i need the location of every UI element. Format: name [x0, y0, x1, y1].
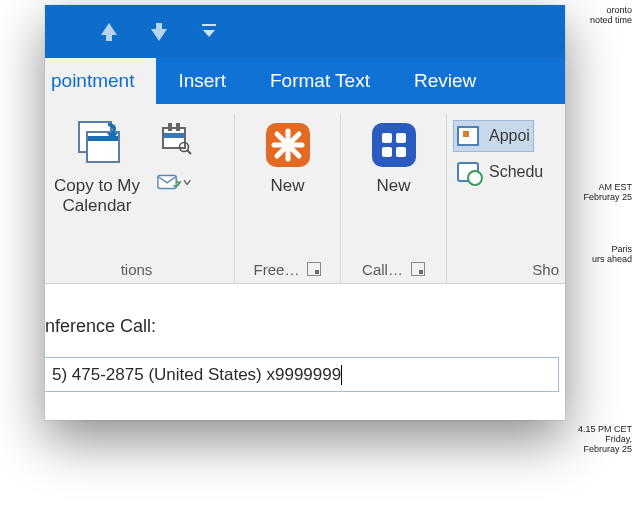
copy-calendar-icon	[72, 120, 122, 170]
text-cursor	[341, 365, 342, 385]
svg-rect-13	[396, 147, 406, 157]
scheduling-view-button[interactable]: Schedu	[453, 156, 547, 188]
group-label-free: Free…	[241, 254, 334, 284]
quick-access-toolbar	[45, 5, 565, 58]
group-show: Appoi Schedu Sho	[447, 114, 565, 284]
asterisk-icon	[263, 120, 313, 170]
ribbon: Copy to My Calendar	[45, 104, 565, 284]
bg-clock-est: AM ESTFebruray 25	[583, 183, 632, 203]
conference-label: nference Call:	[45, 316, 164, 337]
tab-label: Insert	[178, 70, 226, 92]
group-actions: Copy to My Calendar	[45, 114, 235, 284]
new-call-button[interactable]: New	[354, 116, 434, 200]
svg-rect-9	[372, 123, 416, 167]
forward-icon[interactable]	[157, 168, 191, 196]
tab-label: Review	[414, 70, 476, 92]
grid-tile-icon	[369, 120, 419, 170]
svg-rect-12	[382, 147, 392, 157]
subject-row: nference Call:	[45, 306, 559, 348]
group-freeconferencecall: New Free…	[235, 114, 341, 284]
appointment-form: nference Call: 5) 475-2875 (United State…	[45, 284, 565, 420]
new-freeconf-button[interactable]: New	[248, 116, 328, 200]
group-label-actions: tions	[45, 254, 228, 284]
appointment-view-button[interactable]: Appoi	[453, 120, 534, 152]
svg-point-1	[180, 143, 189, 152]
copy-to-my-calendar-button[interactable]: Copy to My Calendar	[45, 116, 153, 219]
button-label: Appoi	[489, 127, 530, 145]
button-label: Copy to My	[54, 176, 140, 196]
tab-review[interactable]: Review	[392, 58, 498, 104]
redo-arrow-down-icon[interactable]	[145, 18, 173, 46]
location-row: 5) 475-2875 (United States) x9999999	[45, 354, 559, 396]
dialog-launcher-icon[interactable]	[307, 262, 321, 276]
tab-format-text[interactable]: Format Text	[248, 58, 392, 104]
button-label: New	[376, 176, 410, 196]
group-label-show: Sho	[453, 254, 565, 284]
appointment-icon	[457, 126, 479, 146]
calendar-preview-icon[interactable]	[157, 124, 191, 152]
button-label: Calendar	[63, 196, 132, 216]
start-time-row: 2/6/2017 0.30 AM	[45, 418, 559, 420]
outlook-window: pointment Insert Format Text Review	[45, 5, 565, 420]
customize-qat-icon[interactable]	[195, 18, 223, 46]
location-value: 5) 475-2875 (United States) x9999999	[52, 365, 341, 385]
group-call: New Call…	[341, 114, 447, 284]
ribbon-tabs: pointment Insert Format Text Review	[45, 58, 565, 104]
location-input[interactable]: 5) 475-2875 (United States) x9999999	[45, 357, 559, 392]
tab-label: pointment	[51, 70, 134, 92]
bg-clock-paris: Parisurs ahead	[592, 245, 632, 265]
svg-rect-10	[382, 133, 392, 143]
button-label: Schedu	[489, 163, 543, 181]
button-label: New	[270, 176, 304, 196]
tab-appointment[interactable]: pointment	[45, 58, 156, 104]
dialog-launcher-icon[interactable]	[411, 262, 425, 276]
undo-arrow-up-icon[interactable]	[95, 18, 123, 46]
group-label-call: Call…	[347, 254, 440, 284]
actions-small-column	[157, 116, 191, 196]
scheduling-icon	[457, 162, 479, 182]
bg-clock-toronto: orontonoted time	[590, 6, 632, 26]
tab-insert[interactable]: Insert	[156, 58, 248, 104]
svg-rect-11	[396, 133, 406, 143]
tab-label: Format Text	[270, 70, 370, 92]
svg-rect-0	[202, 24, 216, 26]
bg-clock-cet: 4.15 PM CETFriday, Februray 25	[572, 425, 632, 455]
svg-line-2	[188, 151, 192, 155]
